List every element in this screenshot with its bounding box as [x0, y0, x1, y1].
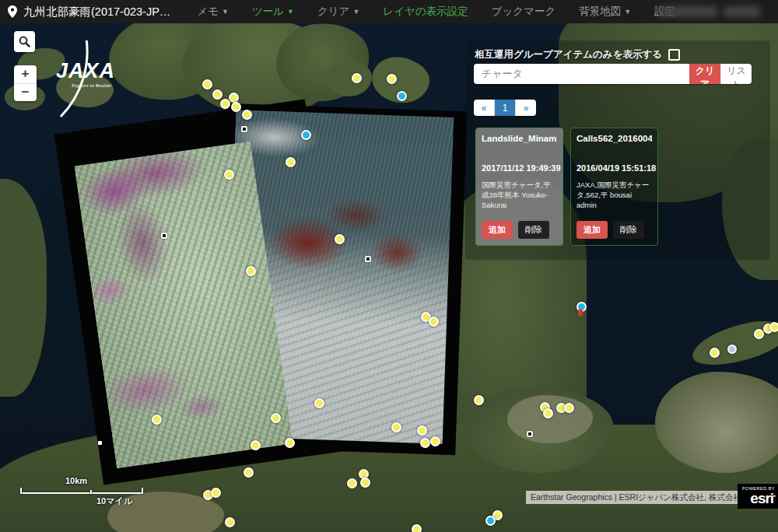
menu-item-layer-settings[interactable]: レイヤの表示設定 [383, 5, 468, 19]
interop-filter-checkbox[interactable] [668, 49, 680, 61]
map-marker-yellow[interactable] [314, 398, 324, 408]
search-results-panel: 相互運用グループアイテムのみを表示する クリア リスト « 1 » Landsl… [465, 40, 770, 260]
map-marker-yellow[interactable] [224, 170, 234, 180]
filter-row: 相互運用グループアイテムのみを表示する [475, 48, 680, 61]
card-datetime: 2017/11/12 19:49:39 [482, 163, 557, 173]
list-view-button[interactable]: リスト [720, 64, 752, 84]
add-button[interactable]: 追加 [482, 221, 513, 239]
add-button[interactable]: 追加 [576, 221, 608, 239]
map-marker-yellow[interactable] [474, 395, 484, 405]
map-marker-yellow[interactable] [229, 93, 239, 103]
map-marker-yellow[interactable] [271, 413, 281, 423]
jaxa-logo-tagline: Explore to Realize [71, 82, 111, 89]
card-description: 国際災害チャータ,平成28年熊本 Yosuke-Sakurai [482, 180, 557, 210]
chevron-down-icon: ▼ [352, 8, 359, 16]
map-marker-yellow[interactable] [429, 317, 439, 327]
map-marker-yellow[interactable] [430, 436, 440, 446]
map-marker-yellow[interactable] [251, 440, 261, 450]
result-card[interactable]: Calls562_201600414_E 2016/04/19 15:51:18… [570, 128, 658, 246]
search-row: クリア リスト [474, 64, 752, 84]
jaxa-logo-text: JAXA [56, 59, 115, 82]
delete-button[interactable]: 削除 [518, 221, 549, 239]
map-marker-yellow[interactable] [417, 425, 427, 436]
map-marker-yellow[interactable] [225, 517, 235, 527]
card-title: Landslide_Minamiaso_W [482, 134, 557, 143]
landmass-left-strip [0, 179, 47, 397]
map-marker-yellow[interactable] [754, 329, 764, 339]
result-card[interactable]: Landslide_Minamiaso_W 2017/11/12 19:49:3… [475, 128, 563, 246]
map-marker-yellow[interactable] [412, 524, 422, 532]
pagination-next-button[interactable]: » [516, 100, 536, 116]
jaxa-logo: JAXA Explore to Realize [37, 40, 138, 118]
map-marker-yellow[interactable] [286, 157, 296, 167]
map-scale-bar: 10km 10マイル [20, 476, 152, 507]
redacted-user-info [660, 6, 717, 17]
map-marker-yellow[interactable] [335, 234, 345, 244]
map-marker-yellow[interactable] [391, 422, 401, 432]
zoom-control: + − [14, 65, 37, 101]
scale-km-label: 10km [65, 476, 152, 485]
map-marker-whitedot[interactable] [98, 441, 102, 445]
map-marker-whitesq[interactable] [161, 233, 167, 239]
map-marker-yellow[interactable] [710, 348, 720, 358]
map-marker-yellow[interactable] [285, 438, 295, 448]
search-icon [19, 36, 30, 47]
map-marker-yellow[interactable] [152, 415, 162, 425]
location-pin-icon [8, 5, 17, 18]
pagination: « 1 » [474, 100, 536, 116]
interop-filter-label: 相互運用グループアイテムのみを表示する [475, 48, 662, 61]
event-title: 九州北部豪雨(2017-023-JP… [23, 5, 170, 19]
map-marker-whitesq[interactable] [365, 256, 371, 262]
chevron-down-icon: ▼ [287, 8, 294, 16]
island [327, 61, 372, 96]
map-marker-yellow[interactable] [347, 478, 357, 488]
esri-brand-text: esri▪ [738, 491, 775, 506]
card-title: Calls562_201600414_E [576, 134, 652, 143]
map-marker-yellow[interactable] [246, 266, 256, 276]
map-marker-yellow[interactable] [211, 488, 221, 498]
map-marker-whitesq[interactable] [241, 126, 247, 132]
map-marker-yellow[interactable] [202, 79, 212, 89]
clear-search-button[interactable]: クリア [689, 64, 720, 84]
map-marker-yellow[interactable] [543, 408, 553, 418]
map-marker-yellow[interactable] [564, 403, 574, 413]
chevron-down-icon: ▼ [624, 8, 631, 16]
map-marker-yellow[interactable] [244, 467, 254, 478]
menu-item-tools[interactable]: ツール▼ [252, 5, 294, 19]
map-marker-yellow[interactable] [420, 438, 430, 448]
map-marker-yellow[interactable] [769, 322, 778, 332]
map-marker-yellow[interactable] [212, 89, 223, 100]
island-chain [688, 314, 778, 371]
card-description: JAXA,国際災害チャータ,562,平 bousai admin [576, 180, 652, 210]
map-search-button[interactable] [14, 31, 35, 52]
redacted-user-action [724, 6, 760, 17]
map-marker-yellow[interactable] [387, 74, 397, 84]
map-marker-cyan[interactable] [397, 91, 407, 101]
scale-miles-label: 10マイル [96, 495, 152, 507]
menu-item-memo[interactable]: メモ▼ [197, 5, 229, 19]
esri-logo: POWERED BY esri▪ [738, 484, 778, 509]
pagination-page-1[interactable]: 1 [495, 100, 516, 116]
map-marker-red[interactable] [578, 310, 583, 316]
menubar: メモ▼ツール▼クリア▼レイヤの表示設定ブックマーク背景地図▼設定 [197, 5, 675, 19]
chevron-down-icon: ▼ [222, 8, 229, 16]
app-window: 九州北部豪雨(2017-023-JP… メモ▼ツール▼クリア▼レイヤの表示設定ブ… [0, 0, 778, 532]
map-marker-lightblue[interactable] [727, 345, 737, 354]
map-marker-cyan[interactable] [301, 130, 311, 140]
map-marker-cyan[interactable] [485, 516, 496, 526]
map-marker-whitesq[interactable] [527, 431, 533, 437]
zoom-in-button[interactable]: + [14, 65, 37, 84]
keyword-search-input[interactable] [474, 64, 689, 84]
map-marker-yellow[interactable] [220, 99, 230, 109]
card-datetime: 2016/04/19 15:51:18 [576, 163, 652, 173]
map-marker-yellow[interactable] [360, 478, 370, 488]
map-marker-yellow[interactable] [231, 102, 241, 112]
map-marker-yellow[interactable] [352, 73, 362, 83]
menu-item-basemap[interactable]: 背景地図▼ [579, 5, 631, 19]
zoom-out-button[interactable]: − [14, 84, 37, 102]
menu-item-clear[interactable]: クリア▼ [317, 5, 359, 19]
pagination-prev-button[interactable]: « [474, 100, 495, 116]
delete-button[interactable]: 削除 [613, 221, 644, 239]
map-marker-yellow[interactable] [242, 110, 252, 120]
menu-item-bookmarks[interactable]: ブックマーク [492, 5, 556, 19]
